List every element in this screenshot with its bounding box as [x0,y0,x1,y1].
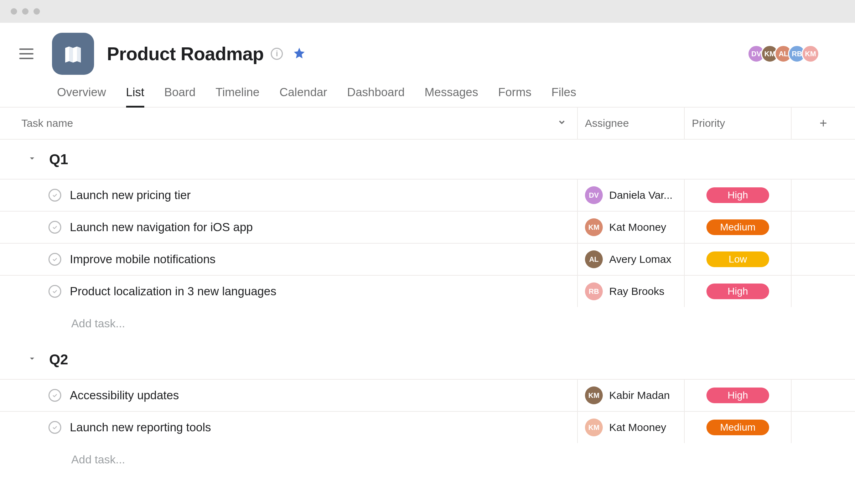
assignee-avatar: RB [585,282,603,300]
complete-task-button[interactable] [48,253,61,266]
assignee-avatar: KM [585,386,603,404]
chevron-down-icon[interactable] [557,117,566,129]
task-extra-cell [791,412,855,443]
complete-task-button[interactable] [48,421,61,434]
column-header-assignee-label: Assignee [585,117,629,129]
task-priority-cell[interactable]: High [684,380,791,411]
project-title[interactable]: Product Roadmap [107,43,264,64]
task-assignee-cell[interactable]: RBRay Brooks [577,276,684,307]
column-header-priority[interactable]: Priority [684,108,791,139]
add-task-input[interactable]: Add task... [0,307,855,340]
traffic-light-minimize[interactable] [22,8,28,15]
task-priority-cell[interactable]: Medium [684,412,791,443]
task-assignee-cell[interactable]: DVDaniela Var... [577,180,684,211]
task-assignee-cell[interactable]: KMKabir Madan [577,380,684,411]
task-row[interactable]: Launch new pricing tierDVDaniela Var...H… [0,179,855,211]
task-row[interactable]: Improve mobile notificationsALAvery Loma… [0,243,855,275]
task-row[interactable]: Accessibility updatesKMKabir MadanHigh [0,379,855,411]
menu-button[interactable] [19,45,38,63]
task-assignee-cell[interactable]: KMKat Mooney [577,212,684,243]
task-extra-cell [791,212,855,243]
assignee-avatar: KM [585,218,603,236]
tab-messages[interactable]: Messages [425,85,478,107]
project-icon[interactable] [52,33,94,75]
task-priority-cell[interactable]: Low [684,244,791,275]
complete-task-button[interactable] [48,221,61,234]
window-chrome [0,0,855,23]
assignee-avatar: KM [585,419,603,436]
project-members[interactable]: DVKMALRBKM [752,45,834,63]
column-headers: Task name Assignee Priority + [0,108,855,140]
traffic-light-close[interactable] [11,8,17,15]
task-row[interactable]: Launch new reporting toolsKMKat MooneyMe… [0,411,855,443]
complete-task-button[interactable] [48,389,61,402]
assignee-name: Daniela Var... [609,189,673,201]
assignee-name: Kabir Madan [609,389,670,401]
priority-pill: Medium [706,420,769,435]
priority-pill: High [706,187,769,203]
view-tabs: OverviewListBoardTimelineCalendarDashboa… [0,75,855,108]
assignee-name: Ray Brooks [609,285,664,297]
assignee-name: Kat Mooney [609,421,666,433]
traffic-light-zoom[interactable] [33,8,40,15]
task-row[interactable]: Launch new navigation for iOS appKMKat M… [0,211,855,243]
tab-board[interactable]: Board [164,85,196,107]
priority-pill: Low [706,251,769,267]
task-extra-cell [791,244,855,275]
add-task-input[interactable]: Add task... [0,443,855,476]
task-priority-cell[interactable]: High [684,276,791,307]
task-name[interactable]: Launch new reporting tools [70,421,211,434]
info-icon[interactable]: i [271,48,283,60]
section-header[interactable]: Q1 [0,140,855,179]
task-extra-cell [791,380,855,411]
complete-task-button[interactable] [48,285,61,298]
column-header-task-label: Task name [21,117,73,129]
tab-calendar[interactable]: Calendar [279,85,327,107]
tab-list[interactable]: List [126,85,144,107]
task-name[interactable]: Launch new navigation for iOS app [70,220,253,234]
caret-down-icon[interactable] [28,354,36,364]
task-row[interactable]: Product localization in 3 new languagesR… [0,275,855,307]
tab-dashboard[interactable]: Dashboard [347,85,404,107]
assignee-avatar: DV [585,186,603,204]
column-header-priority-label: Priority [692,117,725,129]
section-title: Q1 [49,151,68,167]
task-priority-cell[interactable]: Medium [684,212,791,243]
task-name[interactable]: Improve mobile notifications [70,253,216,266]
task-name[interactable]: Accessibility updates [70,389,179,402]
task-assignee-cell[interactable]: KMKat Mooney [577,412,684,443]
task-name[interactable]: Product localization in 3 new languages [70,285,276,298]
task-assignee-cell[interactable]: ALAvery Lomax [577,244,684,275]
priority-pill: High [706,284,769,299]
priority-pill: High [706,388,769,403]
member-avatar[interactable]: KM [802,45,819,63]
task-extra-cell [791,276,855,307]
tab-files[interactable]: Files [551,85,576,107]
assignee-name: Avery Lomax [609,253,672,265]
task-extra-cell [791,180,855,211]
tab-forms[interactable]: Forms [498,85,532,107]
tab-overview[interactable]: Overview [57,85,106,107]
project-header: Product Roadmap i DVKMALRBKM [0,23,855,75]
task-priority-cell[interactable]: High [684,180,791,211]
priority-pill: Medium [706,219,769,235]
column-header-task[interactable]: Task name [0,117,577,129]
caret-down-icon[interactable] [28,154,36,164]
tab-timeline[interactable]: Timeline [216,85,259,107]
section-title: Q2 [49,352,68,368]
star-icon[interactable] [293,47,306,61]
column-header-assignee[interactable]: Assignee [577,108,684,139]
complete-task-button[interactable] [48,189,61,202]
task-name[interactable]: Launch new pricing tier [70,188,191,202]
add-column-button[interactable]: + [791,108,855,139]
section-header[interactable]: Q2 [0,340,855,379]
assignee-avatar: AL [585,250,603,268]
assignee-name: Kat Mooney [609,221,666,233]
